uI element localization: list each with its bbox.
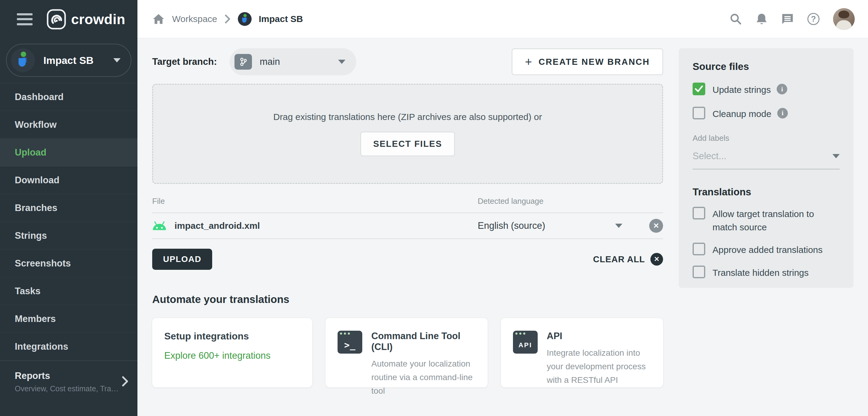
table-row: impact_android.xml English (source) ✕ bbox=[152, 213, 663, 239]
search-icon[interactable] bbox=[730, 13, 742, 25]
upload-actions-row: UPLOAD CLEAR ALL ✕ bbox=[152, 249, 663, 270]
sidebar-item-label: Dashboard bbox=[15, 92, 64, 102]
column-header-detected-language: Detected language bbox=[478, 197, 544, 206]
project-name: Impact SB bbox=[43, 55, 93, 66]
automate-section-title: Automate your translations bbox=[152, 293, 663, 305]
android-file-icon bbox=[152, 221, 167, 231]
file-cell: impact_android.xml bbox=[152, 221, 478, 231]
sidebar-item-strings[interactable]: Strings bbox=[0, 222, 137, 249]
sidebar-item-label: Upload bbox=[15, 147, 46, 158]
translate-hidden-strings-option[interactable]: Translate hidden strings bbox=[692, 266, 840, 279]
approve-added-translations-option[interactable]: Approve added translations bbox=[692, 243, 840, 257]
chevron-down-icon bbox=[832, 154, 840, 158]
project-switcher[interactable]: Impact SB bbox=[6, 44, 131, 77]
dropzone-text: Drag existing translations here (ZIP arc… bbox=[273, 112, 542, 122]
uploaded-files-table: File Detected language impact_android.xm… bbox=[152, 197, 663, 239]
crowdin-upload-page: crowdin Workspace Impact SB bbox=[0, 0, 868, 416]
chevron-right-icon bbox=[122, 376, 128, 388]
messages-icon[interactable] bbox=[781, 13, 794, 25]
sidebar-nav: Dashboard Workflow Upload Download Branc… bbox=[0, 83, 137, 403]
brand-name: crowdin bbox=[71, 11, 125, 27]
breadcrumb-workspace[interactable]: Workspace bbox=[172, 14, 217, 24]
sidebar-item-integrations[interactable]: Integrations bbox=[0, 333, 137, 360]
select-files-button[interactable]: SELECT FILES bbox=[361, 132, 455, 156]
sidebar-item-label: Workflow bbox=[15, 119, 57, 130]
home-icon[interactable] bbox=[152, 13, 165, 25]
detected-language-select[interactable]: English (source) bbox=[478, 220, 622, 231]
breadcrumb: Workspace Impact SB bbox=[152, 12, 303, 26]
logo-cell: crowdin bbox=[0, 0, 137, 38]
crowdin-logo[interactable]: crowdin bbox=[46, 9, 125, 30]
checkbox-unchecked-icon[interactable] bbox=[692, 243, 705, 255]
branch-selector[interactable]: main bbox=[230, 48, 356, 76]
labels-select-placeholder: Select... bbox=[692, 151, 726, 161]
sidebar-reports-subtitle: Overview, Cost estimate, Transl… bbox=[15, 384, 122, 393]
info-icon[interactable]: i bbox=[777, 108, 788, 118]
terminal-icon: >_ bbox=[338, 331, 362, 354]
hamburger-menu-icon[interactable] bbox=[17, 13, 33, 25]
sidebar-item-download[interactable]: Download bbox=[0, 167, 137, 194]
sidebar-item-label: Screenshots bbox=[15, 258, 71, 269]
remove-file-button[interactable]: ✕ bbox=[649, 219, 663, 233]
sidebar-item-label: Reports bbox=[15, 370, 122, 381]
sidebar-item-reports[interactable]: Reports Overview, Cost estimate, Transl… bbox=[0, 360, 137, 403]
explore-integrations-link[interactable]: Explore 600+ integrations bbox=[164, 350, 300, 361]
target-branch-label: Target branch: bbox=[152, 56, 217, 67]
sidebar-item-screenshots[interactable]: Screenshots bbox=[0, 249, 137, 277]
create-new-branch-button[interactable]: + CREATE NEW BRANCH bbox=[512, 49, 663, 75]
sidebar-item-label: Download bbox=[15, 175, 59, 186]
project-avatar bbox=[238, 12, 252, 26]
translation-options: Allow target translation to match source… bbox=[692, 207, 840, 279]
allow-target-match-source-option[interactable]: Allow target translation to match source bbox=[692, 207, 840, 234]
update-strings-option[interactable]: Update strings i bbox=[692, 83, 840, 96]
api-card[interactable]: API API Integrate localization into your… bbox=[501, 318, 663, 387]
checkbox-unchecked-icon[interactable] bbox=[692, 207, 705, 219]
file-dropzone[interactable]: Drag existing translations here (ZIP arc… bbox=[152, 84, 663, 184]
sidebar-item-label: Members bbox=[15, 314, 56, 324]
api-window-icon: API bbox=[513, 331, 538, 354]
sidebar-item-label: Tasks bbox=[15, 286, 41, 297]
file-name: impact_android.xml bbox=[175, 221, 260, 231]
sidebar-item-dashboard[interactable]: Dashboard bbox=[0, 83, 137, 111]
cli-card[interactable]: >_ Command Line Tool (CLI) Automate your… bbox=[326, 318, 488, 387]
chevron-down-icon bbox=[113, 58, 121, 62]
cleanup-mode-option[interactable]: Cleanup mode i bbox=[692, 107, 840, 121]
table-header-row: File Detected language bbox=[152, 197, 663, 213]
clear-all-x-icon: ✕ bbox=[650, 253, 663, 266]
chevron-down-icon bbox=[615, 224, 622, 228]
add-labels-label: Add labels bbox=[692, 133, 840, 143]
sidebar-item-upload[interactable]: Upload bbox=[0, 139, 137, 167]
user-avatar[interactable] bbox=[833, 8, 855, 30]
labels-select[interactable]: Select... bbox=[692, 151, 840, 170]
checkbox-checked-icon[interactable] bbox=[692, 83, 705, 95]
target-branch-row: Target branch: main + CR bbox=[152, 48, 663, 76]
main-content: Target branch: main + CR bbox=[137, 38, 868, 416]
sidebar-item-label: Strings bbox=[15, 230, 47, 241]
upload-settings-panel: Source files Update strings i Cleanup mo… bbox=[679, 48, 854, 288]
help-icon[interactable]: ? bbox=[807, 13, 820, 25]
source-files-title: Source files bbox=[692, 61, 840, 72]
sidebar-item-tasks[interactable]: Tasks bbox=[0, 277, 137, 305]
topbar-actions: ? bbox=[730, 8, 855, 30]
setup-integrations-card[interactable]: Setup integrations Explore 600+ integrat… bbox=[152, 318, 312, 387]
sidebar-item-workflow[interactable]: Workflow bbox=[0, 111, 137, 139]
branch-folder-icon bbox=[235, 54, 252, 70]
breadcrumb-project[interactable]: Impact SB bbox=[259, 14, 303, 24]
sidebar-item-branches[interactable]: Branches bbox=[0, 194, 137, 222]
checkbox-unchecked-icon[interactable] bbox=[692, 266, 705, 278]
branch-selector-value: main bbox=[260, 56, 280, 67]
checkbox-unchecked-icon[interactable] bbox=[692, 107, 705, 119]
clear-all-button[interactable]: CLEAR ALL ✕ bbox=[593, 253, 663, 266]
sidebar-item-label: Branches bbox=[15, 203, 57, 213]
column-header-file: File bbox=[152, 197, 478, 206]
project-avatar bbox=[11, 48, 35, 72]
sidebar-item-label: Integrations bbox=[15, 341, 68, 352]
upload-column: Target branch: main + CR bbox=[152, 48, 663, 416]
info-icon[interactable]: i bbox=[777, 84, 787, 94]
translations-title: Translations bbox=[692, 186, 840, 198]
top-bar: Workspace Impact SB bbox=[137, 0, 868, 38]
automate-cards: Setup integrations Explore 600+ integrat… bbox=[152, 318, 663, 387]
upload-button[interactable]: UPLOAD bbox=[152, 249, 212, 270]
notifications-bell-icon[interactable] bbox=[755, 13, 768, 25]
sidebar-item-members[interactable]: Members bbox=[0, 305, 137, 333]
